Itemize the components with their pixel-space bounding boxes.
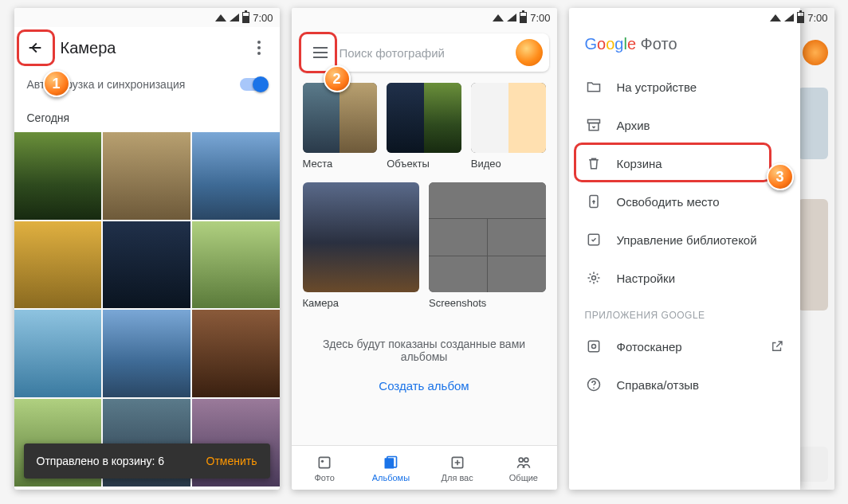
statusbar-time: 7:00 (530, 12, 550, 24)
category-places[interactable]: Места (303, 83, 378, 170)
toast-undo-button[interactable]: Отменить (206, 455, 257, 467)
photo-thumbnail[interactable] (14, 310, 102, 397)
photo-thumbnail[interactable] (14, 132, 102, 220)
drawer-item-device[interactable]: На устройстве (569, 68, 800, 106)
category-label: Видео (471, 158, 546, 170)
album-camera[interactable]: Камера (303, 182, 420, 309)
category-label: Места (303, 158, 378, 170)
drawer-item-label: Освободить место (617, 195, 720, 209)
svg-point-15 (593, 387, 595, 389)
help-icon (585, 376, 603, 393)
albums-hint: Здесь будут показаны созданные вами альб… (292, 338, 557, 363)
drawer-item-label: Справка/отзыв (617, 378, 700, 392)
svg-point-6 (524, 458, 528, 462)
svg-rect-8 (589, 123, 599, 131)
svg-rect-12 (588, 341, 599, 351)
category-row: Места Объекты Видео (292, 78, 557, 174)
battery-icon (242, 12, 249, 23)
annotation-badge-1: 1 (43, 70, 70, 97)
page-title: Камера (61, 39, 243, 57)
albums-icon (382, 454, 399, 471)
album-screenshots[interactable]: Screenshots (429, 182, 546, 309)
photo-thumbnail[interactable] (103, 310, 190, 397)
category-videos[interactable]: Видео (471, 83, 546, 170)
category-label: Объекты (387, 158, 461, 170)
svg-point-1 (321, 459, 324, 462)
wifi-icon (770, 14, 781, 21)
phone-screen-1: 7:00 Камера Автозагрузка и синхронизация… (14, 8, 280, 490)
trash-icon (585, 154, 603, 172)
albums-row: Камера Screenshots (292, 174, 557, 314)
signal-icon (507, 14, 516, 21)
drawer-item-photoscan[interactable]: Фотосканер (569, 327, 800, 365)
photo-thumbnail[interactable] (103, 132, 190, 220)
logo-suffix: Фото (641, 35, 677, 53)
undo-toast: Отправлено в корзину: 6 Отменить (24, 443, 270, 479)
nav-label: Для вас (442, 473, 473, 483)
archive-icon (585, 116, 603, 134)
photo-thumbnail[interactable] (192, 310, 280, 397)
google-photos-logo: Google Фото (569, 32, 800, 68)
photo-thumbnail[interactable] (192, 132, 280, 220)
signal-icon (784, 14, 794, 21)
more-options-button[interactable] (243, 32, 275, 64)
photo-thumbnail[interactable] (14, 221, 102, 309)
drawer-item-label: Корзина (617, 157, 662, 170)
nav-albums[interactable]: Альбомы (358, 446, 424, 490)
category-things[interactable]: Объекты (387, 83, 461, 170)
battery-icon (520, 12, 527, 23)
wifi-icon (215, 14, 226, 21)
header: Камера (14, 27, 280, 68)
annotation-badge-3: 3 (767, 163, 794, 190)
folder-icon (585, 78, 603, 96)
drawer-item-label: На устройстве (617, 80, 697, 94)
phone-screen-3: 7:00 Google Фото На устройстве Архив Кор… (569, 8, 834, 490)
svg-point-13 (591, 345, 595, 349)
svg-point-5 (519, 458, 523, 462)
drawer-item-label: Фотосканер (617, 340, 682, 354)
statusbar-time: 7:00 (807, 12, 827, 24)
nav-foryou[interactable]: Для вас (424, 446, 490, 490)
search-placeholder: Поиск фотографий (340, 46, 516, 60)
photos-icon (316, 454, 333, 471)
statusbar: 7:00 (292, 8, 557, 27)
signal-icon (230, 14, 239, 21)
drawer-section-header: ПРИЛОЖЕНИЯ GOOGLE (569, 297, 800, 327)
drawer-item-label: Архив (617, 119, 650, 132)
nav-photos[interactable]: Фото (292, 446, 358, 490)
drawer-item-settings[interactable]: Настройки (569, 259, 800, 297)
drawer-item-help[interactable]: Справка/отзыв (569, 365, 800, 404)
account-avatar[interactable] (516, 39, 543, 66)
menu-button[interactable] (306, 38, 335, 67)
nav-label: Общие (509, 473, 538, 483)
foryou-icon (449, 454, 466, 471)
statusbar: 7:00 (14, 8, 280, 27)
nav-label: Фото (314, 473, 334, 483)
back-arrow-icon (26, 39, 44, 57)
album-label: Screenshots (429, 297, 546, 309)
drawer-item-archive[interactable]: Архив (569, 106, 800, 144)
gear-icon (585, 269, 603, 287)
drawer-item-trash[interactable]: Корзина (569, 144, 800, 182)
freeup-icon (585, 193, 603, 210)
section-header: Сегодня (14, 100, 280, 132)
nav-drawer: Google Фото На устройстве Архив Корзина (569, 8, 800, 490)
svg-point-11 (591, 276, 595, 280)
photoscan-icon (585, 338, 603, 355)
battery-icon (797, 12, 804, 23)
back-button[interactable] (19, 32, 51, 64)
bottom-nav: Фото Альбомы Для вас Общие (292, 445, 557, 490)
phone-screen-2: 7:00 Поиск фотографий Места Объекты Виде… (292, 8, 557, 490)
photo-thumbnail[interactable] (103, 221, 190, 309)
photo-grid (14, 132, 280, 486)
drawer-item-label: Управление библиотекой (617, 233, 757, 247)
statusbar-time: 7:00 (253, 12, 273, 24)
drawer-item-freeup[interactable]: Освободить место (569, 182, 800, 221)
create-album-button[interactable]: Создать альбом (292, 379, 557, 393)
photo-thumbnail[interactable] (192, 221, 280, 309)
library-icon (585, 231, 603, 248)
nav-shared[interactable]: Общие (490, 446, 556, 490)
drawer-item-library[interactable]: Управление библиотекой (569, 221, 800, 259)
svg-rect-0 (319, 457, 329, 467)
sync-switch[interactable] (240, 78, 267, 91)
